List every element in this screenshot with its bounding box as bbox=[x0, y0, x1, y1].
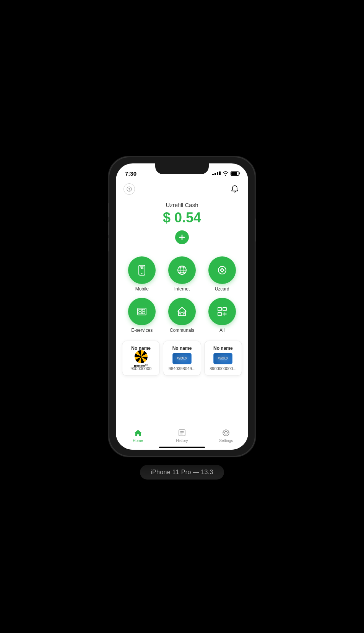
svg-point-12 bbox=[218, 266, 226, 274]
eservices-label: E-services bbox=[131, 328, 153, 333]
cash-section: Uzrefill Cash $ 0.54 bbox=[116, 198, 248, 250]
notch bbox=[155, 163, 209, 174]
cash-amount: $ 0.54 bbox=[116, 210, 248, 226]
svg-point-6 bbox=[141, 273, 143, 274]
history-nav-icon bbox=[177, 428, 187, 437]
svg-point-13 bbox=[221, 269, 223, 271]
fav-card-beeline[interactable]: No name Beeline™ 900000000 bbox=[122, 341, 160, 376]
settings-nav-icon bbox=[221, 428, 231, 437]
home-indicator bbox=[116, 444, 248, 450]
service-mobile[interactable]: Mobile bbox=[125, 256, 159, 292]
all-label: All bbox=[219, 328, 224, 333]
communals-label: Communals bbox=[170, 328, 194, 333]
nav-home[interactable]: Home bbox=[116, 428, 160, 443]
fav-card-starktv-1[interactable]: No name STARK-TV TELECOM 9840398049... bbox=[163, 341, 201, 376]
svg-rect-19 bbox=[181, 313, 183, 316]
uzcard-circle bbox=[208, 256, 236, 284]
home-bar bbox=[159, 447, 205, 448]
svg-rect-17 bbox=[139, 312, 141, 314]
battery-icon bbox=[231, 171, 239, 176]
communals-circle bbox=[168, 298, 196, 325]
fav-number-2: 9840398049... bbox=[169, 366, 195, 371]
help-button[interactable]: ? bbox=[123, 183, 135, 195]
starktv-logo-1: STARK-TV TELECOM bbox=[172, 353, 192, 364]
svg-rect-22 bbox=[218, 307, 221, 311]
fav-name-3: No name bbox=[213, 346, 233, 351]
device-label: iPhone 11 Pro — 13.3 bbox=[140, 465, 224, 480]
phone-screen: 7:30 bbox=[116, 163, 248, 450]
eservices-circle bbox=[128, 298, 156, 325]
bottom-nav: Home History bbox=[116, 425, 248, 444]
service-eservices[interactable]: E-services bbox=[125, 298, 159, 333]
svg-rect-21 bbox=[183, 312, 185, 313]
service-internet[interactable]: Internet bbox=[165, 256, 199, 292]
plus-icon bbox=[179, 234, 185, 240]
favorites-section: No name Beeline™ 900000000 No name bbox=[116, 339, 248, 425]
notification-button[interactable] bbox=[229, 183, 240, 195]
status-icons bbox=[212, 171, 239, 176]
eservices-icon bbox=[135, 305, 148, 318]
internet-icon bbox=[176, 264, 188, 277]
uzcard-icon bbox=[216, 264, 229, 277]
status-time: 7:30 bbox=[125, 170, 136, 177]
home-nav-label: Home bbox=[133, 439, 143, 443]
bell-icon bbox=[231, 185, 239, 193]
nav-settings[interactable]: Settings bbox=[204, 428, 248, 443]
all-icon bbox=[216, 305, 229, 318]
all-circle bbox=[208, 298, 236, 325]
svg-rect-15 bbox=[139, 309, 141, 311]
beeline-circle-icon bbox=[135, 350, 148, 363]
history-nav-label: History bbox=[176, 439, 188, 443]
signal-icon bbox=[212, 171, 221, 175]
internet-label: Internet bbox=[174, 286, 190, 292]
svg-rect-18 bbox=[142, 312, 145, 314]
svg-rect-20 bbox=[179, 312, 181, 313]
service-all[interactable]: All bbox=[205, 298, 239, 333]
uzcard-label: Uzcard bbox=[215, 286, 229, 292]
fav-card-starktv-2[interactable]: No name STARK-TV TELECOM 8900000000... bbox=[204, 341, 242, 376]
add-cash-button[interactable] bbox=[175, 230, 189, 244]
internet-circle bbox=[168, 256, 196, 284]
starktv-logo-2: STARK-TV TELECOM bbox=[213, 353, 232, 364]
svg-text:?: ? bbox=[128, 188, 130, 191]
nav-history[interactable]: History bbox=[160, 428, 204, 443]
svg-point-32 bbox=[225, 432, 227, 434]
favorites-cards: No name Beeline™ 900000000 No name bbox=[122, 341, 242, 376]
svg-rect-16 bbox=[142, 309, 145, 311]
home-nav-icon bbox=[133, 428, 143, 437]
fav-number-3: 8900000000... bbox=[210, 366, 236, 371]
mobile-circle bbox=[128, 256, 156, 284]
services-grid: Mobile Internet bbox=[116, 250, 248, 339]
fav-number-1: 900000000 bbox=[130, 366, 151, 371]
fav-name-2: No name bbox=[172, 346, 192, 351]
mobile-icon bbox=[135, 264, 148, 277]
service-communals[interactable]: Communals bbox=[165, 298, 199, 333]
svg-rect-23 bbox=[223, 307, 226, 311]
settings-nav-label: Settings bbox=[219, 439, 233, 443]
beeline-logo: Beeline™ bbox=[132, 353, 151, 364]
page-wrapper: 7:30 bbox=[109, 142, 255, 491]
communals-icon bbox=[176, 305, 188, 318]
mobile-label: Mobile bbox=[135, 286, 149, 292]
phone-frame: 7:30 bbox=[109, 157, 255, 456]
svg-rect-24 bbox=[218, 312, 221, 316]
app-header: ? bbox=[116, 180, 248, 198]
wifi-icon bbox=[223, 171, 229, 176]
service-uzcard[interactable]: Uzcard bbox=[205, 256, 239, 292]
question-icon: ? bbox=[127, 186, 132, 192]
cash-label: Uzrefill Cash bbox=[116, 202, 248, 208]
